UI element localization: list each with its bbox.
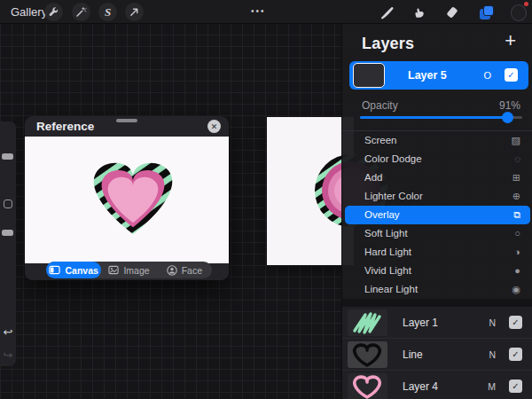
adjustments-button[interactable] [72, 3, 90, 21]
color-button[interactable] [511, 4, 527, 20]
black-heart-thumbnail [348, 341, 387, 368]
blend-mode-lighter-color[interactable]: Lighter Color ⊕ [342, 187, 532, 206]
overlay-icon: ⧉ [513, 209, 520, 221]
layer-visibility-checkbox[interactable]: ✓ [509, 316, 522, 329]
layers-panel-header: Layers + [342, 24, 532, 61]
gallery-button[interactable]: Gallery [11, 0, 47, 24]
blend-mode-letter[interactable]: N [489, 349, 496, 360]
blend-mode-overlay[interactable]: Overlay ⧉ [345, 206, 530, 224]
layer-visibility-checkbox[interactable]: ✓ [509, 348, 522, 361]
opacity-slider-knob[interactable] [502, 112, 513, 123]
list-gap [342, 299, 532, 307]
canvas-tab-icon [49, 265, 60, 275]
undo-button[interactable]: ↩ [0, 325, 16, 339]
image-tab-icon [108, 265, 119, 275]
tab-face[interactable]: Face [157, 262, 212, 278]
hard-light-icon: ◑ [514, 246, 520, 257]
blend-mode-letter[interactable]: M [488, 381, 496, 392]
blend-mode-color-dodge[interactable]: Color Dodge ◌ [342, 150, 532, 168]
layers-title: Layers [362, 35, 414, 53]
layers-panel: Layers + Layer 5 O ✓ Opacity 91% Screen … [341, 24, 532, 399]
reference-title: Reference [36, 120, 94, 133]
blend-mode-list: Screen ▨ Color Dodge ◌ Add ⊞ Lighter Col… [342, 131, 532, 299]
brush-sidebar: ↩ ↪ [0, 121, 16, 366]
color-dodge-icon: ◌ [514, 153, 520, 164]
drag-handle[interactable] [116, 119, 137, 122]
arrow-cursor-icon [129, 6, 140, 18]
blend-mode-letter[interactable]: N [489, 317, 496, 328]
layer-row-line[interactable]: Line N ✓ [342, 339, 532, 371]
blend-mode-letter[interactable]: O [483, 70, 491, 81]
brush-size-slider[interactable] [2, 153, 13, 160]
blend-mode-hard-light[interactable]: Hard Light ◑ [342, 243, 532, 262]
screen-icon: ▨ [512, 135, 520, 146]
vivid-light-icon: ● [514, 265, 520, 276]
opacity-slider[interactable] [360, 116, 522, 119]
close-icon[interactable]: ✕ [207, 120, 221, 133]
top-toolbar: Gallery S ••• [0, 0, 532, 24]
blend-mode-linear-light[interactable]: Linear Light ◉ [342, 280, 532, 299]
layers-icon [480, 5, 496, 20]
layer-thumbnail [353, 63, 385, 88]
eraser-icon [445, 5, 459, 20]
brush-button[interactable] [379, 4, 395, 20]
layer-row-layer1[interactable]: Layer 1 N ✓ [342, 307, 532, 339]
selection-icon: S [105, 5, 111, 20]
opacity-slider-fill [360, 116, 508, 119]
selection-button[interactable]: S [98, 3, 117, 21]
color-swatch-icon [511, 4, 527, 21]
tab-image[interactable]: Image [101, 262, 156, 278]
green-scribble-thumbnail [348, 309, 387, 336]
wrench-icon [48, 6, 59, 18]
linear-light-icon: ◉ [512, 284, 520, 295]
blend-mode-vivid-light[interactable]: Vivid Light ● [342, 262, 532, 280]
lighter-color-icon: ⊕ [512, 191, 520, 202]
brush-opacity-slider[interactable] [2, 230, 13, 236]
reference-preview[interactable] [25, 137, 229, 263]
opacity-value: 91% [499, 99, 520, 112]
layer-list: Layer 1 N ✓ Line N ✓ [342, 307, 532, 399]
blend-mode-add[interactable]: Add ⊞ [342, 168, 532, 187]
magic-wand-icon [75, 6, 87, 18]
pink-heart-thumbnail [348, 373, 387, 399]
paintbrush-icon [379, 5, 395, 20]
layer-visibility-checkbox[interactable]: ✓ [505, 68, 518, 82]
face-tab-icon [167, 265, 177, 276]
opacity-section: Opacity 91% [342, 93, 532, 129]
actions-button[interactable] [44, 3, 63, 21]
layer-row-selected[interactable]: Layer 5 O ✓ [349, 61, 528, 90]
transform-button[interactable] [125, 3, 144, 21]
modify-dots[interactable]: ••• [251, 0, 266, 24]
eraser-button[interactable] [444, 4, 460, 20]
modify-button[interactable] [4, 200, 12, 208]
procreate-app: Gallery S ••• [0, 0, 532, 399]
reference-heart-artwork [82, 155, 184, 240]
soft-light-icon: ○ [514, 228, 520, 239]
blend-mode-soft-light[interactable]: Soft Light ○ [342, 224, 532, 243]
blend-mode-screen[interactable]: Screen ▨ [342, 131, 532, 150]
recording-dot [524, 2, 528, 6]
layers-button[interactable] [480, 4, 496, 20]
layer-row-layer4[interactable]: Layer 4 M ✓ [342, 371, 532, 399]
add-icon: ⊞ [512, 172, 520, 184]
redo-button[interactable]: ↪ [0, 348, 16, 362]
layer-name: Layer 5 [408, 69, 447, 82]
add-layer-button[interactable]: + [505, 31, 516, 51]
tab-canvas[interactable]: Canvas [46, 262, 101, 278]
reference-window: Reference ✕ [25, 116, 229, 280]
smudge-button[interactable] [411, 4, 427, 20]
opacity-label: Opacity [362, 99, 398, 112]
layer-visibility-checkbox[interactable]: ✓ [509, 379, 522, 393]
reference-tabs: Canvas Image Face [46, 262, 212, 278]
smudge-finger-icon [412, 5, 426, 20]
